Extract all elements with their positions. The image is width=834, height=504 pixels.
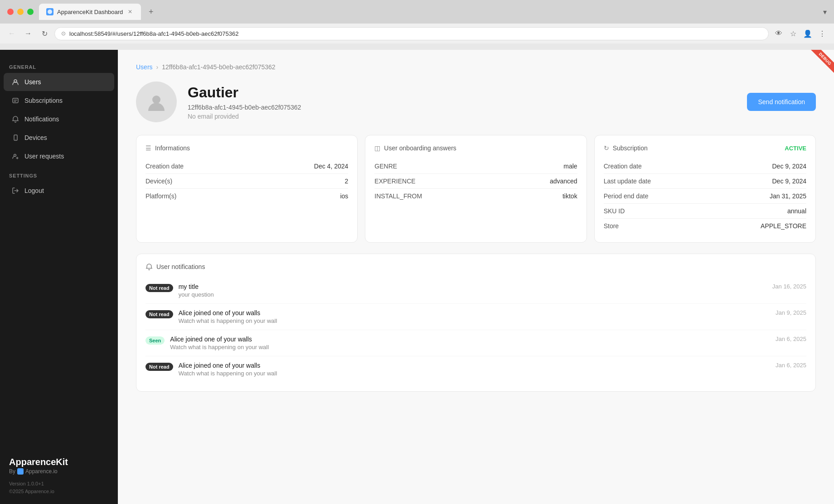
sidebar-item-subscriptions[interactable]: Subscriptions xyxy=(4,91,114,110)
subscription-status: ACTIVE xyxy=(785,145,806,152)
notifications-section: User notifications Not read my title you… xyxy=(136,254,816,392)
notif-content-0: my title your question xyxy=(179,283,767,298)
user-info: Gautier 12ff6b8a-afc1-4945-b0eb-aec62f07… xyxy=(188,84,736,120)
sidebar-version: Version 1.0.0+1 ©2025 Apparence.io xyxy=(9,480,109,495)
sidebar-notifications-label: Notifications xyxy=(24,115,59,123)
notif-badge-1: Not read xyxy=(145,310,173,318)
star-icon[interactable]: ☆ xyxy=(787,27,800,40)
notifications-icon xyxy=(11,115,20,124)
subscription-card-header: ↻ Subscription ACTIVE xyxy=(604,144,806,152)
notif-body-0: your question xyxy=(179,291,767,298)
sub-sku-row: SKU ID annual xyxy=(604,204,806,219)
sidebar-item-logout[interactable]: Logout xyxy=(4,182,114,200)
apparence-dot-icon xyxy=(17,468,24,475)
info-devices-row: Device(s) 2 xyxy=(145,174,348,189)
svg-point-6 xyxy=(152,96,160,104)
send-notification-button[interactable]: Send notification xyxy=(747,93,816,111)
users-icon xyxy=(11,77,20,86)
notif-title-3: Alice joined one of your walls xyxy=(179,362,770,369)
eye-icon[interactable]: 👁 xyxy=(772,27,785,40)
forward-button[interactable]: → xyxy=(22,27,34,40)
notification-item-3: Not read Alice joined one of your walls … xyxy=(145,356,806,382)
sidebar-item-user-requests[interactable]: User requests xyxy=(4,147,114,165)
traffic-light-green[interactable] xyxy=(27,9,34,15)
info-icon: ☰ xyxy=(145,144,151,152)
notification-item-2: Seen Alice joined one of your walls Watc… xyxy=(145,330,806,356)
user-name: Gautier xyxy=(188,84,736,101)
user-header: Gautier 12ff6b8a-afc1-4945-b0eb-aec62f07… xyxy=(136,82,816,122)
sidebar-devices-label: Devices xyxy=(24,134,47,141)
new-tab-button[interactable]: + xyxy=(145,5,157,18)
info-card: ☰ Informations Creation date Dec 4, 2024… xyxy=(136,135,358,243)
address-url: localhost:58549/#/users/12ff6b8a-afc1-49… xyxy=(69,30,238,37)
svg-point-0 xyxy=(48,10,52,14)
debug-corner: DEBUG xyxy=(807,50,834,77)
traffic-light-red[interactable] xyxy=(7,9,14,15)
user-email: No email provided xyxy=(188,113,736,120)
subscription-icon: ↻ xyxy=(604,144,609,152)
notification-item-0: Not read my title your question Jan 16, … xyxy=(145,278,806,304)
sidebar-item-users[interactable]: Users xyxy=(4,73,114,91)
info-creation-date-row: Creation date Dec 4, 2024 xyxy=(145,159,348,174)
sidebar-subscriptions-label: Subscriptions xyxy=(24,97,63,104)
sub-store-row: Store APPLE_STORE xyxy=(604,219,806,233)
user-avatar xyxy=(136,82,177,122)
reload-button[interactable]: ↻ xyxy=(38,27,51,40)
subscriptions-icon xyxy=(11,96,20,105)
notif-body-3: Watch what is happening on your wall xyxy=(179,370,770,377)
user-requests-icon xyxy=(11,152,20,161)
notification-item-1: Not read Alice joined one of your walls … xyxy=(145,304,806,330)
user-id: 12ff6b8a-afc1-4945-b0eb-aec62f075362 xyxy=(188,104,736,111)
tab-close-button[interactable]: ✕ xyxy=(126,8,134,15)
address-bar[interactable]: ⊙ localhost:58549/#/users/12ff6b8a-afc1-… xyxy=(54,27,769,40)
menu-icon[interactable]: ⋮ xyxy=(816,27,829,40)
info-platforms-row: Platform(s) ios xyxy=(145,189,348,203)
devices-icon xyxy=(11,133,20,142)
back-button[interactable]: ← xyxy=(5,27,18,40)
breadcrumb-current: 12ff6b8a-afc1-4945-b0eb-aec62f075362 xyxy=(162,63,275,71)
main-content: DEBUG Users › 12ff6b8a-afc1-4945-b0eb-ae… xyxy=(118,50,834,504)
notif-body-1: Watch what is happening on your wall xyxy=(179,317,770,324)
notif-content-3: Alice joined one of your walls Watch wha… xyxy=(179,362,770,377)
notifications-title: User notifications xyxy=(156,263,205,270)
notifications-header: User notifications xyxy=(145,263,806,270)
breadcrumb-users-link[interactable]: Users xyxy=(136,63,153,71)
notif-badge-2: Seen xyxy=(145,336,165,345)
browser-tab[interactable]: ApparenceKit Dashboard ✕ xyxy=(39,4,141,20)
onboarding-card: ◫ User onboarding answers GENRE male EXP… xyxy=(365,135,587,243)
sub-period-end-row: Period end date Jan 31, 2025 xyxy=(604,189,806,204)
notif-title-1: Alice joined one of your walls xyxy=(179,309,770,317)
onboarding-genre-row: GENRE male xyxy=(374,159,577,174)
sub-last-update-row: Last update date Dec 9, 2024 xyxy=(604,174,806,189)
onboarding-icon: ◫ xyxy=(374,144,380,152)
sidebar-item-notifications[interactable]: Notifications xyxy=(4,110,114,128)
sidebar-bottom: ApparenceKit By Apparence.io Version 1.0… xyxy=(0,448,118,504)
brand-name: ApparenceKit xyxy=(9,457,109,467)
notif-badge-0: Not read xyxy=(145,284,173,292)
breadcrumb: Users › 12ff6b8a-afc1-4945-b0eb-aec62f07… xyxy=(136,63,816,71)
brand-sub: By Apparence.io xyxy=(9,468,109,475)
onboarding-card-header: ◫ User onboarding answers xyxy=(374,144,577,152)
traffic-light-yellow[interactable] xyxy=(17,9,24,15)
info-card-header: ☰ Informations xyxy=(145,144,348,152)
svg-rect-2 xyxy=(13,98,18,103)
breadcrumb-separator: › xyxy=(156,63,159,71)
sidebar-settings-label: SETTINGS xyxy=(0,166,118,181)
debug-badge: DEBUG xyxy=(811,50,834,73)
tab-favicon xyxy=(46,8,53,15)
sidebar-logout-label: Logout xyxy=(24,187,44,194)
notif-date-1: Jan 9, 2025 xyxy=(776,309,806,316)
address-lock-icon: ⊙ xyxy=(61,30,66,37)
notif-date-0: Jan 16, 2025 xyxy=(772,283,806,290)
cards-row: ☰ Informations Creation date Dec 4, 2024… xyxy=(136,135,816,243)
notif-title-0: my title xyxy=(179,283,767,290)
logout-icon xyxy=(11,186,20,195)
notif-badge-3: Not read xyxy=(145,363,173,371)
notif-date-3: Jan 6, 2025 xyxy=(776,362,806,369)
subscription-card: ↻ Subscription ACTIVE Creation date Dec … xyxy=(594,135,816,243)
tab-dropdown[interactable]: ▾ xyxy=(823,8,827,16)
notif-content-2: Alice joined one of your walls Watch wha… xyxy=(170,336,770,350)
tab-title: ApparenceKit Dashboard xyxy=(57,9,123,15)
profile-icon[interactable]: 👤 xyxy=(801,27,814,40)
sidebar-item-devices[interactable]: Devices xyxy=(4,129,114,147)
